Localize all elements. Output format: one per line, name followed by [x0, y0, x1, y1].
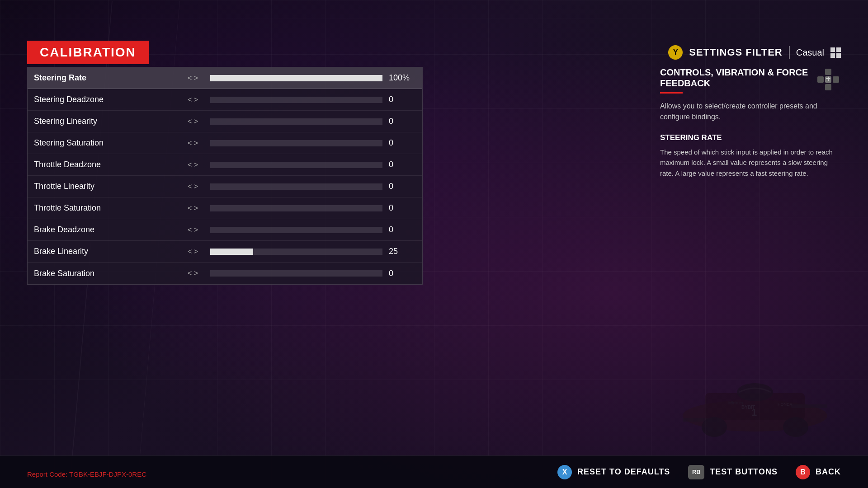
setting-name: Brake Linearity	[34, 247, 188, 256]
setting-name: Throttle Deadzone	[34, 160, 188, 169]
setting-bar-area: 0	[210, 95, 416, 104]
view-toggle-icon[interactable]	[830, 47, 841, 58]
setting-value: 0	[389, 225, 416, 235]
vertical-divider	[789, 46, 790, 59]
setting-row[interactable]: Brake Linearity< >25	[28, 241, 422, 263]
car-decoration: BYBIT HONDA infinitum 1	[669, 325, 841, 452]
setting-bar-area: 100%	[210, 73, 416, 83]
bottom-action[interactable]: BBACK	[796, 465, 841, 479]
setting-arrows[interactable]: < >	[188, 269, 210, 277]
setting-bar-track	[210, 183, 382, 190]
setting-row[interactable]: Brake Saturation< >0	[28, 263, 422, 284]
action-label: BACK	[816, 467, 841, 477]
setting-bar-area: 0	[210, 138, 416, 148]
setting-bar-track	[210, 227, 382, 233]
filter-value: Casual	[796, 47, 824, 58]
calibration-badge: CALIBRATION	[27, 41, 149, 64]
y-button[interactable]: Y	[668, 45, 683, 60]
setting-row[interactable]: Steering Saturation< >0	[28, 132, 422, 154]
settings-filter-label: SETTINGS FILTER	[689, 47, 782, 58]
settings-table: Steering Rate< >100%Steering Deadzone< >…	[27, 67, 423, 285]
setting-bar-area: 0	[210, 269, 416, 278]
setting-name: Throttle Saturation	[34, 203, 188, 213]
panel-title: CONTROLS, VIBRATION & FORCE FEEDBACK	[660, 67, 841, 89]
svg-point-2	[737, 383, 773, 401]
settings-filter-area: Y SETTINGS FILTER Casual	[668, 45, 841, 60]
right-panel: + CONTROLS, VIBRATION & FORCE FEEDBACK A…	[660, 67, 841, 178]
setting-name: Brake Saturation	[34, 269, 188, 278]
setting-name: Steering Rate	[34, 73, 188, 83]
bottom-action[interactable]: XRESET TO DEFAULTS	[557, 465, 670, 479]
setting-row[interactable]: Throttle Deadzone< >0	[28, 154, 422, 176]
setting-bar-track	[210, 140, 382, 146]
panel-detail-title: STEERING RATE	[660, 133, 841, 142]
action-button-x[interactable]: X	[557, 465, 572, 479]
setting-bar-area: 25	[210, 247, 416, 256]
setting-value: 0	[389, 117, 416, 126]
setting-arrows[interactable]: < >	[188, 161, 210, 169]
panel-description: Allows you to select/create controller p…	[660, 101, 841, 122]
setting-row[interactable]: Throttle Linearity< >0	[28, 176, 422, 197]
setting-arrows[interactable]: < >	[188, 139, 210, 147]
setting-arrows[interactable]: < >	[188, 96, 210, 104]
svg-rect-12	[825, 84, 831, 90]
setting-value: 0	[389, 269, 416, 278]
setting-arrows[interactable]: < >	[188, 226, 210, 234]
setting-bar-area: 0	[210, 160, 416, 169]
setting-value: 0	[389, 138, 416, 148]
setting-row[interactable]: Steering Deadzone< >0	[28, 89, 422, 111]
setting-bar-fill	[210, 249, 253, 255]
svg-text:infinitum: infinitum	[728, 401, 743, 405]
setting-row[interactable]: Steering Rate< >100%	[28, 67, 422, 89]
action-button-rb[interactable]: RB	[688, 465, 704, 479]
panel-title-underline	[660, 92, 683, 94]
setting-row[interactable]: Steering Linearity< >0	[28, 111, 422, 132]
setting-bar-track	[210, 205, 382, 211]
panel-detail-text: The speed of which stick input is applie…	[660, 147, 841, 178]
action-label: TEST BUTTONS	[710, 467, 778, 477]
header: CALIBRATION Y SETTINGS FILTER Casual	[27, 41, 841, 64]
setting-bar-area: 0	[210, 117, 416, 126]
svg-text:1: 1	[751, 407, 757, 418]
setting-bar-track	[210, 75, 382, 81]
setting-row[interactable]: Brake Deadzone< >0	[28, 219, 422, 241]
setting-name: Steering Saturation	[34, 138, 188, 148]
setting-row[interactable]: Throttle Saturation< >0	[28, 197, 422, 219]
setting-value: 0	[389, 182, 416, 191]
setting-value: 100%	[389, 73, 416, 83]
setting-value: 25	[389, 247, 416, 256]
setting-name: Throttle Linearity	[34, 182, 188, 191]
bottom-action[interactable]: RBTEST BUTTONS	[688, 465, 778, 479]
setting-bar-fill	[210, 75, 382, 81]
svg-text:HONDA: HONDA	[778, 402, 793, 407]
setting-bar-area: 0	[210, 182, 416, 191]
setting-arrows[interactable]: < >	[188, 204, 210, 212]
setting-bar-area: 0	[210, 203, 416, 213]
action-label: RESET TO DEFAULTS	[577, 467, 670, 477]
setting-bar-area: 0	[210, 225, 416, 235]
setting-bar-track	[210, 97, 382, 103]
setting-name: Steering Linearity	[34, 117, 188, 126]
setting-bar-track	[210, 270, 382, 277]
setting-arrows[interactable]: < >	[188, 248, 210, 256]
setting-bar-track	[210, 249, 382, 255]
setting-value: 0	[389, 160, 416, 169]
svg-rect-14	[833, 76, 839, 83]
svg-rect-4	[791, 404, 827, 408]
setting-arrows[interactable]: < >	[188, 183, 210, 191]
setting-value: 0	[389, 203, 416, 213]
setting-value: 0	[389, 95, 416, 104]
svg-point-5	[702, 417, 727, 437]
setting-arrows[interactable]: < >	[188, 117, 210, 126]
action-button-b[interactable]: B	[796, 465, 810, 479]
report-code: Report Code: TGBK-EBJF-DJPX-0REC	[27, 470, 146, 478]
setting-bar-track	[210, 162, 382, 168]
setting-bar-track	[210, 118, 382, 125]
setting-arrows[interactable]: < >	[188, 74, 210, 82]
setting-name: Steering Deadzone	[34, 95, 188, 104]
svg-point-6	[783, 417, 808, 437]
svg-rect-13	[817, 76, 824, 83]
dpad-icon: +	[816, 67, 841, 94]
setting-name: Brake Deadzone	[34, 225, 188, 235]
svg-text:+: +	[826, 74, 831, 83]
